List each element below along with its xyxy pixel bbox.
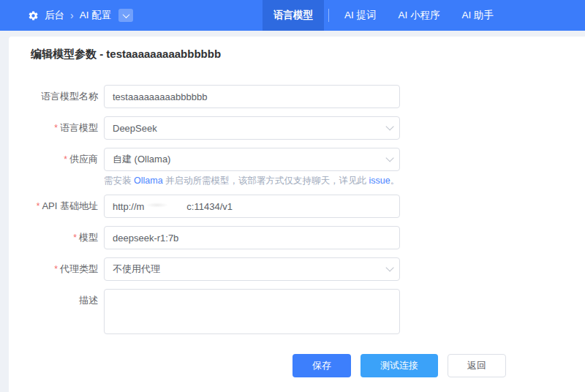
gear-icon[interactable] <box>28 10 39 21</box>
top-navbar: 后台 › AI 配置 语言模型 AI 提词 AI 小程序 AI 助手 <box>0 0 585 31</box>
redacted-text-block <box>145 200 186 212</box>
breadcrumb-dropdown-toggle[interactable] <box>118 9 133 22</box>
proxy-type-label: *代理类型 <box>31 257 104 281</box>
chevron-down-icon <box>385 263 393 271</box>
required-mark: * <box>37 201 40 211</box>
form-row-model: *模型 <box>31 226 585 249</box>
issue-link[interactable]: issue <box>369 176 390 186</box>
api-base-label: *API 基础地址 <box>31 195 104 218</box>
model-label: *模型 <box>31 226 104 249</box>
description-label: 描述 <box>31 289 104 312</box>
form-row-api-base: *API 基础地址 http://mc:11434/v1 <box>31 195 585 218</box>
language-model-label: *语言模型 <box>31 116 104 140</box>
provider-selected-value: 自建 (Ollama) <box>113 153 170 166</box>
required-mark: * <box>73 233 77 243</box>
proxy-type-selected-value: 不使用代理 <box>113 263 160 276</box>
hint-text: 需安装 <box>104 176 134 186</box>
description-textarea[interactable] <box>104 289 400 334</box>
required-mark: * <box>54 123 58 133</box>
provider-hint: 需安装 Ollama 并启动所需模型，该部署方式仅支持聊天，详见此 issue。 <box>104 175 400 186</box>
hint-text: 并启动所需模型，该部署方式仅支持聊天，详见此 <box>163 176 369 186</box>
form-row-model-name: 语言模型名称 <box>31 85 585 108</box>
language-model-selected-value: DeepSeek <box>113 123 157 134</box>
api-base-suffix: c:11434/v1 <box>186 201 233 212</box>
model-input[interactable] <box>104 226 400 249</box>
breadcrumb: 后台 › AI 配置 <box>0 9 133 22</box>
back-button[interactable]: 返回 <box>448 354 506 377</box>
tab-language-model[interactable]: 语言模型 <box>263 0 324 31</box>
proxy-type-select[interactable]: 不使用代理 <box>104 257 400 281</box>
form-row-description: 描述 <box>31 289 585 334</box>
tab-divider <box>328 9 329 22</box>
form-row-language-model: *语言模型 DeepSeek <box>31 116 585 140</box>
tab-ai-prompt[interactable]: AI 提词 <box>333 0 388 31</box>
provider-label: *供应商 <box>31 148 104 171</box>
form-actions: 保存 测试连接 返回 <box>292 354 585 377</box>
api-base-input[interactable]: http://mc:11434/v1 <box>104 195 400 218</box>
breadcrumb-separator: › <box>70 10 74 21</box>
ollama-link[interactable]: Ollama <box>134 176 163 186</box>
save-button[interactable]: 保存 <box>292 354 351 377</box>
chevron-down-icon <box>385 122 393 130</box>
edit-model-form: 语言模型名称 *语言模型 DeepSeek *供应商 自建 (Ollama) <box>31 85 585 377</box>
tab-ai-miniprogram[interactable]: AI 小程序 <box>387 0 450 31</box>
model-name-input[interactable] <box>104 85 400 108</box>
content-panel: 编辑模型参数 - testaaaaaaaaabbbbbb 语言模型名称 *语言模… <box>9 37 585 392</box>
breadcrumb-current[interactable]: AI 配置 <box>80 9 112 22</box>
chevron-down-icon <box>122 11 129 18</box>
hint-text: 。 <box>390 176 400 186</box>
breadcrumb-root[interactable]: 后台 <box>45 9 64 22</box>
language-model-select[interactable]: DeepSeek <box>104 116 400 140</box>
required-mark: * <box>54 264 58 274</box>
required-mark: * <box>64 154 67 165</box>
form-row-provider: *供应商 自建 (Ollama) 需安装 Ollama 并启动所需模型，该部署方… <box>31 148 585 186</box>
page-title: 编辑模型参数 - testaaaaaaaaabbbbbb <box>31 48 585 61</box>
form-row-proxy-type: *代理类型 不使用代理 <box>31 257 585 281</box>
api-base-prefix: http://m <box>113 201 144 212</box>
header-tabs: 语言模型 AI 提词 AI 小程序 AI 助手 <box>263 0 505 31</box>
test-connection-button[interactable]: 测试连接 <box>361 354 438 377</box>
provider-select[interactable]: 自建 (Ollama) <box>104 148 400 171</box>
chevron-down-icon <box>385 154 393 162</box>
model-name-label: 语言模型名称 <box>31 85 104 108</box>
tab-ai-assistant[interactable]: AI 助手 <box>450 0 505 31</box>
